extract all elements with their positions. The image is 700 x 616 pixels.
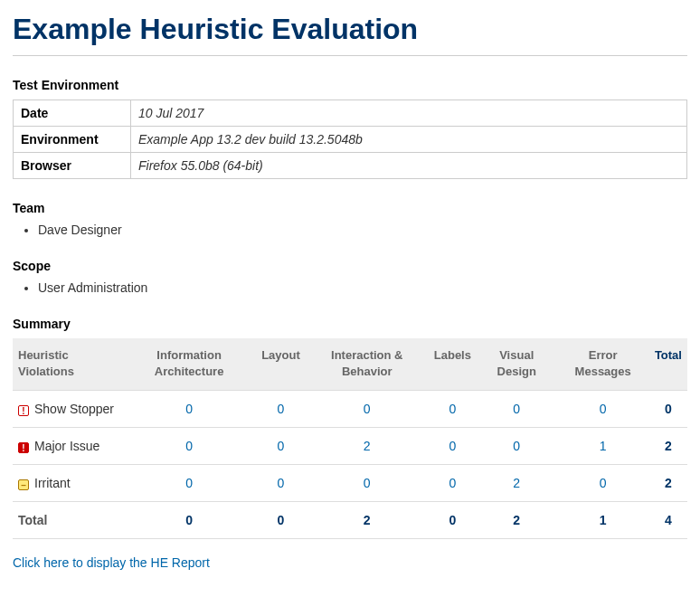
summary-table: Heuristic Violations Information Archite… (13, 338, 687, 539)
summary-row-show-stopper: !Show Stopper 0 0 0 0 0 0 0 (13, 391, 687, 428)
heading-summary: Summary (13, 317, 687, 331)
major-issue-icon: ! (18, 442, 29, 453)
cell-value[interactable]: 0 (477, 428, 557, 465)
cell-value[interactable]: 0 (429, 428, 477, 465)
cell-value[interactable]: 0 (557, 391, 649, 428)
col-layout: Layout (256, 338, 306, 391)
display-report-link[interactable]: Click here to display the HE Report (13, 555, 210, 570)
col-interaction-behavior: Interaction & Behavior (306, 338, 429, 391)
summary-row-total: Total 0 0 2 0 2 1 4 (13, 502, 687, 539)
heading-scope: Scope (13, 259, 687, 273)
scope-list: User Administration (13, 280, 687, 295)
cell-value[interactable]: 0 (122, 391, 256, 428)
col-information-architecture: Information Architecture (122, 338, 256, 391)
env-browser-value: Firefox 55.0b8 (64-bit) (131, 153, 687, 179)
summary-row-major-issue: !Major Issue 0 0 2 0 0 1 2 (13, 428, 687, 465)
cell-value[interactable]: 0 (477, 391, 557, 428)
row-text-show-stopper: Show Stopper (34, 402, 114, 416)
cell-col-total[interactable]: 0 (122, 502, 256, 539)
cell-value[interactable]: 0 (306, 465, 429, 502)
col-labels: Labels (429, 338, 477, 391)
col-visual-design: Visual Design (477, 338, 557, 391)
env-environment-value: Example App 13.2 dev build 13.2.5048b (131, 127, 687, 153)
heading-team: Team (13, 201, 687, 215)
cell-value[interactable]: 0 (256, 465, 306, 502)
env-row-date: Date 10 Jul 2017 (14, 100, 687, 127)
col-heuristic-violations: Heuristic Violations (13, 338, 122, 391)
summary-row-irritant: –Irritant 0 0 0 0 2 0 2 (13, 465, 687, 502)
cell-grand-total[interactable]: 4 (649, 502, 687, 539)
row-label-major-issue: !Major Issue (13, 428, 122, 465)
row-label-total: Total (13, 502, 122, 539)
col-error-messages: Error Messages (557, 338, 649, 391)
cell-col-total[interactable]: 0 (256, 502, 306, 539)
cell-value[interactable]: 2 (477, 465, 557, 502)
cell-col-total[interactable]: 0 (429, 502, 477, 539)
summary-header-row: Heuristic Violations Information Archite… (13, 338, 687, 391)
row-label-irritant: –Irritant (13, 465, 122, 502)
cell-row-total[interactable]: 2 (649, 428, 687, 465)
env-date-value: 10 Jul 2017 (131, 100, 687, 127)
cell-value[interactable]: 0 (429, 391, 477, 428)
env-row-environment: Environment Example App 13.2 dev build 1… (14, 127, 687, 153)
cell-value[interactable]: 0 (306, 391, 429, 428)
cell-row-total[interactable]: 2 (649, 465, 687, 502)
row-label-show-stopper: !Show Stopper (13, 391, 122, 428)
cell-col-total[interactable]: 2 (477, 502, 557, 539)
scope-item: User Administration (38, 280, 687, 295)
cell-value[interactable]: 0 (256, 428, 306, 465)
team-member: Dave Designer (38, 223, 687, 237)
cell-row-total[interactable]: 0 (649, 391, 687, 428)
cell-value[interactable]: 0 (122, 465, 256, 502)
env-browser-label: Browser (14, 153, 131, 179)
cell-value[interactable]: 0 (557, 465, 649, 502)
row-text-irritant: Irritant (34, 476, 71, 490)
row-text-major-issue: Major Issue (34, 439, 99, 453)
cell-col-total[interactable]: 2 (306, 502, 429, 539)
cell-value[interactable]: 0 (429, 465, 477, 502)
env-row-browser: Browser Firefox 55.0b8 (64-bit) (14, 153, 687, 179)
env-environment-label: Environment (14, 127, 131, 153)
env-date-label: Date (14, 100, 131, 127)
heading-test-environment: Test Environment (13, 78, 687, 92)
cell-value[interactable]: 0 (256, 391, 306, 428)
show-stopper-icon: ! (18, 405, 29, 416)
page-title: Example Heuristic Evaluation (13, 13, 687, 56)
cell-value[interactable]: 1 (557, 428, 649, 465)
team-list: Dave Designer (13, 223, 687, 237)
col-total: Total (649, 338, 687, 391)
cell-value[interactable]: 2 (306, 428, 429, 465)
test-environment-table: Date 10 Jul 2017 Environment Example App… (13, 100, 687, 179)
cell-col-total[interactable]: 1 (557, 502, 649, 539)
cell-value[interactable]: 0 (122, 428, 256, 465)
irritant-icon: – (18, 479, 29, 490)
